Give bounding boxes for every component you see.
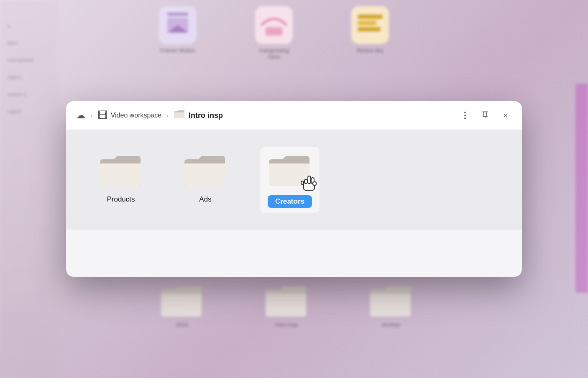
- folder-products-icon: [98, 152, 144, 189]
- breadcrumb-sep-1: ›: [90, 112, 92, 119]
- folder-products[interactable]: Products: [91, 147, 151, 209]
- workspace-label: Video workspace: [111, 112, 162, 119]
- folder-creators-label: Creators: [268, 195, 312, 208]
- more-options-icon: [464, 112, 466, 119]
- modal-overlay: ☁ › 🎞 Video workspace › Intro insp: [0, 0, 588, 378]
- close-button[interactable]: ✕: [499, 109, 512, 122]
- breadcrumb-folder-icon: [174, 109, 185, 122]
- folder-ads-icon: [182, 152, 228, 189]
- workspace-icon: 🎞: [97, 110, 107, 121]
- close-icon: ✕: [503, 112, 508, 120]
- folder-ads-label: Ads: [199, 195, 211, 204]
- folder-creators[interactable]: Creators: [260, 147, 320, 213]
- modal-dialog: ☁ › 🎞 Video workspace › Intro insp: [66, 101, 522, 277]
- dot-2: [464, 115, 466, 116]
- modal-content: Products Ads: [66, 130, 522, 230]
- folder-products-label: Products: [107, 195, 135, 204]
- breadcrumb-current-label: Intro insp: [189, 111, 223, 120]
- modal-header: ☁ › 🎞 Video workspace › Intro insp: [66, 101, 522, 130]
- pin-icon: [481, 110, 489, 121]
- folder-creators-icon: [267, 152, 313, 189]
- breadcrumb-folder-item: Intro insp: [174, 109, 223, 122]
- breadcrumb-workspace-item[interactable]: 🎞 Video workspace: [97, 110, 162, 121]
- more-options-button[interactable]: [458, 109, 472, 122]
- dot-3: [464, 117, 466, 119]
- folder-ads[interactable]: Ads: [176, 147, 235, 209]
- breadcrumb-sep-2: ›: [166, 112, 169, 119]
- svg-rect-15: [313, 182, 316, 185]
- pin-button[interactable]: [478, 109, 492, 122]
- cloud-icon: ☁: [76, 110, 85, 121]
- dot-1: [464, 112, 466, 113]
- header-actions: ✕: [458, 109, 512, 122]
- breadcrumb-cloud: ☁: [76, 110, 85, 121]
